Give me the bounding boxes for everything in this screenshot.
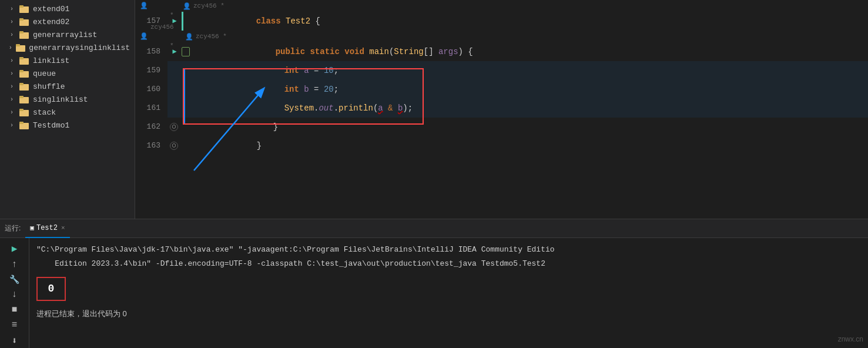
- svg-rect-1: [19, 5, 24, 8]
- sidebar-item-label: stack: [33, 108, 56, 117]
- play-icon: ▶: [12, 243, 18, 255]
- git-indicator-157: [182, 12, 183, 31]
- sidebar-item-label: linklist: [33, 56, 69, 65]
- folder-icon: [19, 82, 29, 91]
- tab-close-button[interactable]: ×: [61, 225, 65, 232]
- method-indicator-158: [182, 47, 190, 56]
- output-line-1: "C:\Program Files\Java\jdk-17\bin\java.e…: [36, 243, 861, 257]
- run-indicator-157[interactable]: ▶: [167, 12, 182, 31]
- folder-icon: [19, 4, 29, 14]
- code-line-163[interactable]: ◯ }: [167, 136, 868, 155]
- run-indicator-158[interactable]: ▶: [167, 42, 182, 61]
- sidebar-item-extend02[interactable]: › extend02: [0, 15, 135, 28]
- line-number-gutter: 👤 zcy456 * 157 👤 zcy456 * 158 159 160 16…: [135, 0, 167, 219]
- list-button[interactable]: ≡: [6, 320, 23, 330]
- sidebar-item-generarraysinglinklist[interactable]: › generarraysinglinklist: [0, 41, 135, 54]
- sidebar-item-singlinklist[interactable]: › singlinklist: [0, 93, 135, 106]
- chevron-right-icon: ›: [7, 108, 16, 117]
- line-number-158: 158: [135, 42, 160, 61]
- svg-rect-9: [19, 57, 24, 59]
- panel-body: ▶ ↑ 🔧 ↓ ■ ≡ ⬇ 🖨: [0, 238, 868, 348]
- panel-tab-bar: 运行: ▣ Test2 ×: [0, 219, 868, 238]
- file-tree: › extend01 › extend02 ›: [0, 0, 135, 219]
- download-button[interactable]: ⬇: [6, 335, 23, 347]
- folder-icon: [19, 95, 29, 104]
- line-number-163: 163: [135, 136, 160, 155]
- line-number-161: 161: [135, 99, 160, 118]
- svg-rect-17: [19, 109, 24, 111]
- wrench-button[interactable]: 🔧: [6, 275, 23, 285]
- chevron-right-icon: ›: [7, 56, 16, 65]
- sidebar-item-label: singlinklist: [33, 95, 88, 104]
- sidebar-item-stack[interactable]: › stack: [0, 106, 135, 119]
- chevron-right-icon: ›: [7, 43, 14, 52]
- svg-rect-3: [19, 18, 24, 21]
- svg-rect-5: [19, 31, 24, 34]
- chevron-right-icon: ›: [7, 69, 16, 78]
- folder-icon: [19, 121, 29, 130]
- svg-rect-15: [19, 96, 24, 98]
- code-content[interactable]: 👤 zcy456 * ▶ class Test2 {: [167, 0, 868, 219]
- down-arrow-button[interactable]: ↓: [6, 289, 23, 300]
- sidebar-item-linklist[interactable]: › linklist: [0, 54, 135, 67]
- folder-icon: [16, 43, 25, 52]
- chevron-right-icon: ›: [7, 30, 16, 39]
- sidebar-item-label: extend01: [33, 5, 69, 14]
- sidebar-item-testdmo1[interactable]: › Testdmo1: [0, 119, 135, 132]
- stop-icon: ■: [12, 304, 18, 315]
- sidebar-item-label: extend02: [33, 18, 69, 26]
- line-number-162: 162: [135, 118, 160, 136]
- git-indicator-163: ◯: [170, 142, 178, 150]
- chevron-right-icon: ›: [7, 95, 16, 104]
- line-number-160: 160: [135, 80, 160, 99]
- download-icon: ⬇: [12, 335, 18, 347]
- list-icon: ≡: [12, 320, 18, 330]
- sidebar-item-generarraylist[interactable]: › generarraylist: [0, 28, 135, 41]
- file-icon: ▣: [30, 224, 34, 232]
- folder-icon: [19, 56, 29, 65]
- code-line-162[interactable]: ◯ }: [167, 118, 868, 136]
- chevron-right-icon: ›: [7, 4, 16, 14]
- chevron-right-icon: ›: [7, 82, 16, 91]
- blue-line-indicator: [183, 68, 185, 125]
- sidebar-item-shuffle[interactable]: › shuffle: [0, 80, 135, 93]
- line-number-159: 159: [135, 61, 160, 80]
- sidebar-item-label: generarraylist: [33, 31, 97, 39]
- sidebar-item-label: Testdmo1: [33, 121, 69, 130]
- folder-icon: [19, 30, 29, 39]
- output-result-container: 0: [36, 275, 861, 303]
- sidebar-item-label: generarraysinglinklist: [29, 44, 130, 52]
- stop-button[interactable]: ■: [6, 304, 23, 315]
- up-arrow-icon: ↑: [12, 259, 18, 270]
- play-button[interactable]: ▶: [6, 243, 23, 255]
- chevron-right-icon: ›: [7, 121, 16, 130]
- run-panel: 运行: ▣ Test2 × ▶ ↑ 🔧 ↓ ■ ≡: [0, 219, 868, 348]
- svg-rect-11: [19, 70, 24, 72]
- code-editor: 👤 zcy456 * 157 👤 zcy456 * 158 159 160 16…: [135, 0, 868, 219]
- output-result-value: 0: [36, 277, 66, 301]
- folder-icon: [19, 108, 29, 117]
- sidebar-item-queue[interactable]: › queue: [0, 67, 135, 80]
- git-indicator-162: ◯: [170, 123, 178, 131]
- folder-icon: [19, 17, 29, 26]
- chevron-right-icon: ›: [7, 17, 16, 26]
- panel-run-label: 运行:: [5, 223, 21, 233]
- sidebar-item-label: shuffle: [33, 82, 65, 91]
- line-number-blame1: 👤 zcy456 *: [135, 0, 160, 12]
- sidebar-item-label: queue: [33, 69, 56, 78]
- svg-rect-7: [16, 44, 20, 46]
- code-lines: 👤 zcy456 * ▶ class Test2 {: [167, 0, 868, 155]
- watermark: znwx.cn: [838, 335, 863, 343]
- panel-action-bar: ▶ ↑ 🔧 ↓ ■ ≡ ⬇ 🖨: [0, 238, 29, 348]
- up-arrow-button[interactable]: ↑: [6, 259, 23, 270]
- svg-rect-19: [19, 122, 24, 124]
- panel-output: "C:\Program Files\Java\jdk-17\bin\java.e…: [29, 238, 868, 348]
- wrench-icon: 🔧: [9, 275, 19, 285]
- sidebar-item-extend01[interactable]: › extend01: [0, 2, 135, 15]
- folder-icon: [19, 69, 29, 78]
- output-end-message: 进程已结束，退出代码为 0: [36, 307, 861, 321]
- output-line-2: Edition 2023.3.4\bin" -Dfile.encoding=UT…: [36, 257, 861, 271]
- panel-tab-test2[interactable]: ▣ Test2 ×: [25, 219, 69, 238]
- panel-tab-name: Test2: [36, 224, 58, 232]
- line-number-blame2: 👤 zcy456 *: [135, 31, 160, 42]
